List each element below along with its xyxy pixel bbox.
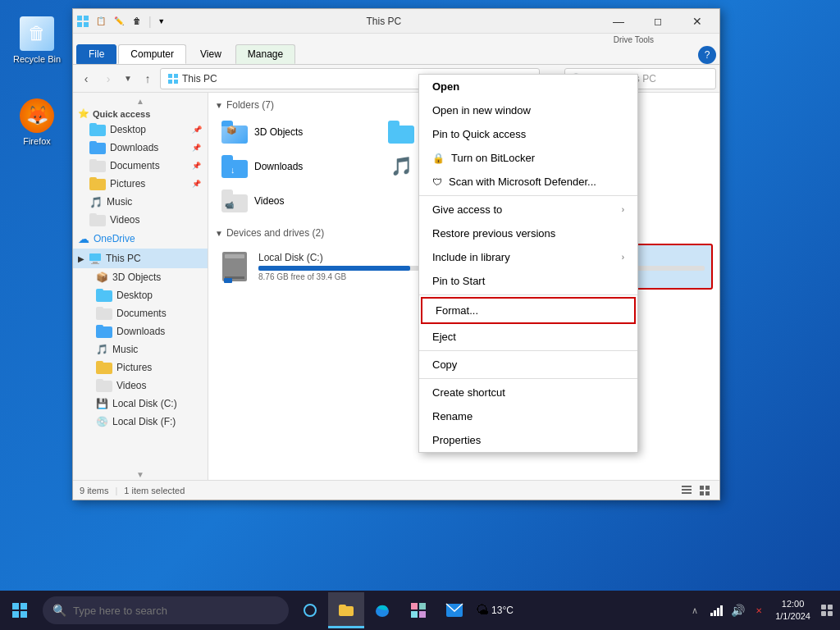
svg-rect-6 xyxy=(168,80,172,84)
svg-rect-0 xyxy=(77,16,82,21)
sidebar-item-documents-pc[interactable]: Documents xyxy=(73,304,208,322)
up-button[interactable]: ↑ xyxy=(138,69,158,89)
customize-qa-btn[interactable]: ▼ xyxy=(155,13,168,30)
ctx-restore-previous[interactable]: Restore previous versions xyxy=(419,221,637,245)
svg-rect-34 xyxy=(720,605,723,616)
sidebar-item-downloads-qa[interactable]: Downloads 📌 xyxy=(73,139,208,157)
svg-rect-15 xyxy=(705,486,710,490)
recent-locations-button[interactable]: ▼ xyxy=(121,69,135,89)
properties-qa-btn[interactable]: 📋 xyxy=(93,13,109,30)
folder-3dobjects[interactable]: 📦 3D Objects xyxy=(215,116,380,148)
quick-access-toolbar: 📋 ✏️ 🗑 xyxy=(93,13,145,30)
network-icon[interactable] xyxy=(706,600,726,620)
store-button[interactable] xyxy=(400,592,436,628)
mail-icon xyxy=(445,603,463,618)
sidebar-item-documents-qa[interactable]: Documents 📌 xyxy=(73,157,208,175)
forward-button[interactable]: › xyxy=(98,69,118,89)
ctx-format[interactable]: Format... xyxy=(421,297,636,324)
ctx-sep-3 xyxy=(419,350,637,351)
ctx-give-access[interactable]: Give access to › xyxy=(419,198,637,221)
no-audio-indicator[interactable]: ✕ xyxy=(749,600,769,620)
ctx-copy[interactable]: Copy xyxy=(419,353,637,377)
folder-videos[interactable]: 📹 Videos xyxy=(215,185,380,217)
tab-view[interactable]: View xyxy=(188,44,234,64)
start-button[interactable] xyxy=(0,591,39,630)
clock-display[interactable]: 12:00 1/1/2024 xyxy=(770,598,815,623)
recycle-bin-icon[interactable]: 🗑 Recycle Bin xyxy=(8,16,66,64)
ctx-scan-defender[interactable]: 🛡 Scan with Microsoft Defender... xyxy=(419,170,637,194)
svg-rect-27 xyxy=(419,603,426,609)
ctx-include-library[interactable]: Include in library › xyxy=(419,245,637,269)
svg-rect-3 xyxy=(84,22,89,27)
taskbar-file-explorer-button[interactable] xyxy=(328,592,364,628)
ctx-pin-to-start[interactable]: Pin to Start xyxy=(419,269,637,293)
sidebar-item-pictures-qa[interactable]: Pictures 📌 xyxy=(73,175,208,193)
tab-computer[interactable]: Computer xyxy=(118,44,186,64)
maximize-button[interactable]: ◻ xyxy=(639,9,677,34)
svg-rect-19 xyxy=(21,603,27,609)
tab-manage[interactable]: Manage xyxy=(235,44,295,64)
mail-button[interactable] xyxy=(436,592,472,628)
ctx-rename[interactable]: Rename xyxy=(419,404,637,428)
firefox-icon[interactable]: 🦊 Firefox xyxy=(8,98,66,146)
rename-qa-btn[interactable]: ✏️ xyxy=(111,13,127,30)
sidebar-item-videos-qa[interactable]: Videos xyxy=(73,211,208,229)
sidebar-item-local-disk-f[interactable]: 💿 Local Disk (F:) xyxy=(73,413,208,431)
sidebar-item-desktop-qa[interactable]: Desktop 📌 xyxy=(73,121,208,139)
documents-folder-icon-2 xyxy=(96,307,112,320)
task-view-button[interactable] xyxy=(292,592,328,628)
svg-rect-4 xyxy=(168,74,172,78)
delete-qa-btn[interactable]: 🗑 xyxy=(129,13,145,30)
weather-button[interactable]: 🌤 13°C xyxy=(472,592,517,628)
volume-icon[interactable]: 🔊 xyxy=(728,600,747,620)
windows-logo-icon xyxy=(11,602,28,619)
desktop-folder-icon xyxy=(89,123,106,136)
sidebar-item-3dobjects[interactable]: 📦3D Objects xyxy=(73,268,208,286)
sidebar-item-music-pc[interactable]: 🎵Music xyxy=(73,340,208,358)
ctx-properties[interactable]: Properties xyxy=(419,428,637,452)
temperature-display: 13°C xyxy=(491,605,514,616)
details-view-btn[interactable] xyxy=(678,482,695,499)
ctx-pin-quick-access[interactable]: Pin to Quick access xyxy=(419,122,637,146)
close-button[interactable]: ✕ xyxy=(678,9,716,34)
sidebar-item-videos-pc[interactable]: Videos xyxy=(73,377,208,395)
svg-rect-33 xyxy=(717,608,719,616)
help-button[interactable]: ? xyxy=(698,46,716,64)
videos-folder-icon-2 xyxy=(96,379,112,392)
svg-rect-20 xyxy=(12,611,19,618)
taskbar-search-bar[interactable]: 🔍 xyxy=(43,596,289,624)
svg-rect-26 xyxy=(411,603,418,609)
sidebar-scroll-up[interactable]: ▲ xyxy=(73,96,208,107)
tray-up-arrow[interactable]: ∧ xyxy=(685,600,705,620)
sidebar-item-desktop-pc[interactable]: Desktop xyxy=(73,286,208,304)
svg-rect-21 xyxy=(21,611,27,618)
taskbar-search-input[interactable] xyxy=(73,605,279,617)
sub-arrow-give-access: › xyxy=(622,205,624,214)
ctx-create-shortcut[interactable]: Create shortcut xyxy=(419,381,637,404)
svg-rect-7 xyxy=(174,80,178,84)
sub-arrow-library: › xyxy=(622,253,624,262)
tab-file[interactable]: File xyxy=(76,44,116,64)
sidebar-scroll-down[interactable]: ▼ xyxy=(73,469,208,480)
notification-button[interactable] xyxy=(817,591,837,630)
sidebar-item-local-disk-c[interactable]: 💾Local Disk (C:) xyxy=(73,395,208,413)
system-tray: ∧ 🔊 ✕ 12:00 1/1/2024 xyxy=(685,591,840,630)
sidebar-item-downloads-pc[interactable]: Downloads xyxy=(73,322,208,340)
sidebar-section-quick-access[interactable]: ⭐Quick access xyxy=(73,107,208,121)
pictures-folder-icon-2 xyxy=(96,361,112,374)
sidebar-item-onedrive[interactable]: ☁ OneDrive xyxy=(73,229,208,249)
sidebar-item-music-qa[interactable]: 🎵 Music xyxy=(73,193,208,211)
ctx-open[interactable]: Open xyxy=(419,75,637,98)
tiles-view-btn[interactable] xyxy=(696,482,713,499)
back-button[interactable]: ‹ xyxy=(76,69,96,89)
folder-downloads[interactable]: ↓ Downloads xyxy=(215,150,380,183)
ctx-open-new-window[interactable]: Open in new window xyxy=(419,98,637,122)
minimize-button[interactable]: — xyxy=(600,9,637,34)
svg-rect-38 xyxy=(828,611,833,616)
svg-rect-31 xyxy=(710,613,713,616)
sidebar-item-pictures-pc[interactable]: Pictures xyxy=(73,358,208,377)
ctx-turn-on-bitlocker[interactable]: 🔒 Turn on BitLocker xyxy=(419,146,637,170)
edge-button[interactable] xyxy=(364,592,400,628)
ctx-eject[interactable]: Eject xyxy=(419,325,637,349)
sidebar-item-this-pc[interactable]: ▶ This PC xyxy=(73,249,208,268)
